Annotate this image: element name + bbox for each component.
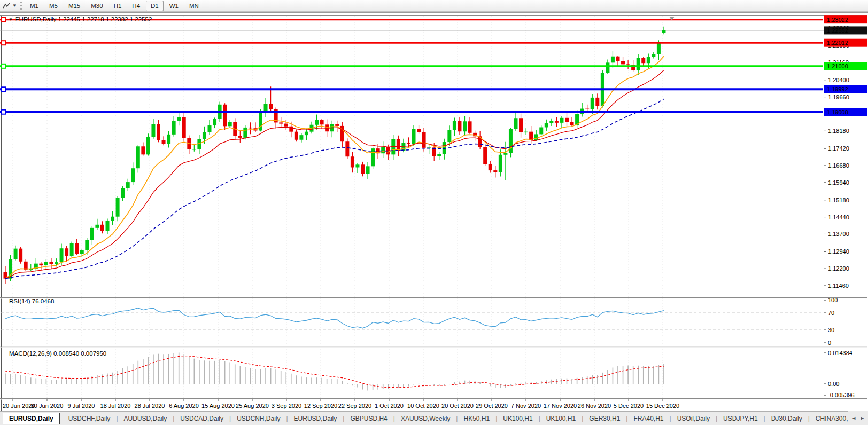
rsi-indicator-label: RSI(14) 76.0468 bbox=[9, 298, 54, 304]
svg-text:30: 30 bbox=[828, 327, 834, 333]
svg-text:15 Dec 2020: 15 Dec 2020 bbox=[646, 403, 679, 409]
macd-panel: 0.0143840.00-0.005396 bbox=[5, 350, 855, 398]
svg-text:29 Oct 2020: 29 Oct 2020 bbox=[476, 403, 508, 409]
svg-text:1.15940: 1.15940 bbox=[828, 179, 849, 186]
svg-text:6 Aug 2020: 6 Aug 2020 bbox=[169, 403, 199, 409]
svg-text:22 Sep 2020: 22 Sep 2020 bbox=[338, 403, 371, 409]
zigzag-line-icon bbox=[3, 2, 11, 10]
tab-hk50-h1[interactable]: HK50,H1 bbox=[458, 413, 495, 424]
chart-canvas[interactable]: 20 Jun 202030 Jun 20209 Jul 202018 Jul 2… bbox=[0, 14, 868, 412]
grid-lines bbox=[13, 16, 663, 398]
svg-text:0.014384: 0.014384 bbox=[828, 350, 852, 356]
tab-uk100-h1[interactable]: UK100,H1 bbox=[497, 413, 538, 424]
svg-text:1.12200: 1.12200 bbox=[828, 265, 849, 272]
svg-text:1.18180: 1.18180 bbox=[828, 128, 849, 134]
svg-text:1.15180: 1.15180 bbox=[828, 197, 849, 203]
tab-audusd-daily[interactable]: AUDUSD,Daily bbox=[118, 413, 173, 424]
svg-text:9 Jul 2020: 9 Jul 2020 bbox=[68, 403, 95, 409]
candles-layer bbox=[4, 27, 666, 284]
level-handle[interactable] bbox=[1, 18, 5, 22]
tab-scroll-left-icon[interactable]: ◄ bbox=[851, 415, 856, 421]
tab-usdcad-daily[interactable]: USDCAD,Daily bbox=[174, 413, 229, 424]
tab-eurusd-daily[interactable]: EURUSD,Daily bbox=[3, 413, 60, 424]
svg-text:20 Oct 2020: 20 Oct 2020 bbox=[441, 403, 474, 409]
svg-text:28 Jul 2020: 28 Jul 2020 bbox=[135, 403, 165, 409]
tab-xauusd-weekly[interactable]: XAUUSD,Weekly bbox=[395, 413, 456, 424]
svg-text:1.21000: 1.21000 bbox=[827, 63, 848, 69]
svg-text:18 Jul 2020: 18 Jul 2020 bbox=[100, 403, 131, 409]
tab-gbpusd-h4[interactable]: GBPUSD,H4 bbox=[344, 413, 393, 424]
svg-text:1.12940: 1.12940 bbox=[828, 248, 849, 255]
timeframe-w1-button[interactable]: W1 bbox=[165, 1, 183, 11]
tab-scroll-controls: ◄ ► bbox=[848, 411, 868, 425]
svg-text:7 Nov 2020: 7 Nov 2020 bbox=[511, 403, 541, 409]
tab-dj30-daily[interactable]: DJ30,Daily bbox=[765, 413, 808, 424]
svg-text:1.23022: 1.23022 bbox=[827, 17, 848, 23]
dropdown-caret-icon[interactable]: ▼ bbox=[12, 3, 17, 8]
timeframe-buttons: M1M5M15M30H1H4D1W1MN bbox=[25, 1, 204, 11]
svg-text:20 Jun 2020: 20 Jun 2020 bbox=[3, 403, 35, 409]
ma-medium-line[interactable] bbox=[5, 70, 664, 279]
svg-text:12 Sep 2020: 12 Sep 2020 bbox=[304, 403, 337, 409]
timeframe-h1-button[interactable]: H1 bbox=[109, 1, 127, 11]
svg-text:1.19008: 1.19008 bbox=[827, 109, 848, 115]
svg-text:100: 100 bbox=[828, 297, 838, 303]
chart-window[interactable]: 20 Jun 202030 Jun 20209 Jul 202018 Jul 2… bbox=[0, 12, 868, 412]
svg-text:1.19660: 1.19660 bbox=[828, 94, 849, 100]
chart-title: ▼EURUSD,Daily 1.22445 1.22718 1.22382 1.… bbox=[9, 16, 152, 22]
chart-context-arrow-icon[interactable]: ▼ bbox=[9, 17, 13, 22]
svg-text:3 Sep 2020: 3 Sep 2020 bbox=[272, 403, 301, 409]
level-handle[interactable] bbox=[1, 110, 5, 114]
panel-borders bbox=[0, 15, 867, 411]
svg-text:15 Aug 2020: 15 Aug 2020 bbox=[201, 403, 235, 409]
toolbar-separator bbox=[207, 2, 207, 10]
price-badges: 1.230221.220121.210001.199921.190081.225… bbox=[824, 15, 867, 116]
timeframe-m5-button[interactable]: M5 bbox=[44, 1, 63, 11]
timeframe-m15-button[interactable]: M15 bbox=[64, 1, 85, 11]
svg-text:30 Jun 2020: 30 Jun 2020 bbox=[31, 403, 64, 409]
tab-fra40-h1[interactable]: FRA40,H1 bbox=[627, 413, 669, 424]
timeframe-h4-button[interactable]: H4 bbox=[127, 1, 145, 11]
tab-usdchf-daily[interactable]: USDCHF,Daily bbox=[63, 413, 117, 424]
chart-tools-icon[interactable]: ▼ bbox=[2, 2, 18, 10]
level-handle[interactable] bbox=[1, 64, 5, 68]
svg-text:1.22012: 1.22012 bbox=[827, 40, 848, 46]
timeframe-d1-button[interactable]: D1 bbox=[146, 1, 164, 11]
tab-ger30-h1[interactable]: GER30,H1 bbox=[583, 413, 626, 424]
svg-text:1.11460: 1.11460 bbox=[828, 282, 849, 289]
macd-signal-line bbox=[5, 356, 664, 388]
svg-text:1.19992: 1.19992 bbox=[827, 86, 848, 92]
toolbar-grip[interactable] bbox=[20, 2, 22, 10]
timeframe-m1-button[interactable]: M1 bbox=[25, 1, 43, 11]
tab-eurusd-daily[interactable]: EURUSD,Daily bbox=[288, 413, 343, 424]
ma-slow-line[interactable] bbox=[5, 99, 664, 279]
tab-usdcnh-daily[interactable]: USDCNH,Daily bbox=[231, 413, 286, 424]
level-handle[interactable] bbox=[1, 87, 5, 91]
rsi-line bbox=[5, 308, 664, 328]
svg-text:26 Nov 2020: 26 Nov 2020 bbox=[578, 403, 611, 409]
svg-text:70: 70 bbox=[828, 310, 834, 316]
symbol-tabbar: EURUSD,DailyUSDCHF,Daily|AUDUSD,Daily|US… bbox=[0, 411, 868, 425]
timeframe-mn-button[interactable]: MN bbox=[184, 1, 204, 11]
svg-text:1.13700: 1.13700 bbox=[828, 231, 849, 237]
svg-text:0: 0 bbox=[828, 340, 831, 346]
tab-usoil-daily[interactable]: USOil,Daily bbox=[671, 413, 716, 424]
tab-scroll-right-icon[interactable]: ► bbox=[860, 415, 865, 421]
svg-text:1.14440: 1.14440 bbox=[828, 214, 849, 221]
svg-text:17 Nov 2020: 17 Nov 2020 bbox=[544, 403, 577, 409]
svg-text:-0.005396: -0.005396 bbox=[828, 392, 855, 398]
tab-uk100-h1[interactable]: UK100,H1 bbox=[540, 413, 582, 424]
top-toolbar: ▼ M1M5M15M30H1H4D1W1MN bbox=[0, 0, 868, 12]
rsi-panel: 10070300 bbox=[1, 297, 838, 346]
timeframe-m30-button[interactable]: M30 bbox=[86, 1, 107, 11]
level-handle[interactable] bbox=[1, 41, 5, 45]
svg-text:1 Oct 2020: 1 Oct 2020 bbox=[375, 403, 404, 409]
tab-usdjpy-h1[interactable]: USDJPY,H1 bbox=[717, 413, 763, 424]
chart-title-text: EURUSD,Daily 1.22445 1.22718 1.22382 1.2… bbox=[15, 16, 152, 22]
svg-text:5 Dec 2020: 5 Dec 2020 bbox=[614, 403, 644, 409]
svg-text:25 Aug 2020: 25 Aug 2020 bbox=[236, 403, 269, 409]
svg-text:0.00: 0.00 bbox=[828, 381, 839, 387]
date-axis: 20 Jun 202030 Jun 20209 Jul 202018 Jul 2… bbox=[3, 399, 679, 409]
macd-indicator-label: MACD(12,26,9) 0.008540 0.007950 bbox=[9, 350, 106, 357]
svg-text:1.20400: 1.20400 bbox=[828, 77, 849, 83]
